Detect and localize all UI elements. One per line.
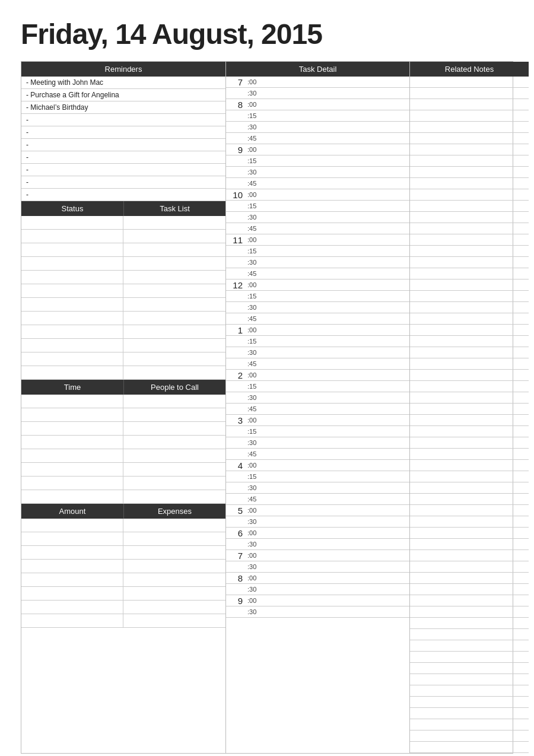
- notes-row: [410, 77, 529, 88]
- notes-row: [410, 606, 529, 618]
- task-status-cell: [21, 257, 123, 270]
- notes-row: [410, 358, 529, 370]
- minute-label: :45: [245, 406, 409, 412]
- notes-row: [410, 663, 529, 674]
- minute-label: :00: [245, 192, 409, 198]
- ptc-time-cell: [21, 490, 123, 503]
- ptc-time-cell: [21, 422, 123, 435]
- ptc-time-cell: [21, 463, 123, 476]
- expenses-section: Amount Expenses: [21, 504, 225, 628]
- notes-row: [410, 426, 529, 437]
- minute-label: :15: [245, 248, 409, 255]
- notes-row: [410, 347, 529, 358]
- expense-amount-cell: [21, 587, 123, 600]
- time-slot-row: :30: [226, 516, 409, 528]
- notes-row: [410, 494, 529, 505]
- notes-row: [410, 167, 529, 178]
- minute-label: :15: [245, 383, 409, 390]
- ptc-name-cell: [123, 395, 225, 408]
- expense-row: [21, 519, 225, 532]
- hour-label: 4: [226, 461, 245, 470]
- reminder-row: -: [21, 139, 225, 151]
- notes-row: [410, 595, 529, 606]
- time-slot-row: 3:00: [226, 415, 409, 426]
- expense-row: [21, 601, 225, 614]
- time-slot-row: :45: [226, 358, 409, 370]
- minute-label: :45: [245, 361, 409, 367]
- reminder-row: - Purchase a Gift for Angelina: [21, 89, 225, 101]
- time-slot-row: :30: [226, 88, 409, 99]
- exp-rows: [21, 519, 225, 628]
- time-slot-row: 4:00: [226, 460, 409, 471]
- task-status-cell: [21, 312, 123, 325]
- task-status-cell: [21, 284, 123, 297]
- time-slot-row: :15: [226, 110, 409, 122]
- minute-label: :45: [245, 225, 409, 232]
- hour-label: 6: [226, 529, 245, 538]
- notes-row: [410, 155, 529, 167]
- notes-row: [410, 88, 529, 99]
- minute-label: :00: [245, 417, 409, 424]
- notes-row: [410, 573, 529, 584]
- notes-row: [410, 471, 529, 482]
- notes-row: [410, 133, 529, 144]
- task-name-cell: [123, 339, 225, 352]
- task-status-cell: [21, 339, 123, 352]
- hour-label: 3: [226, 416, 245, 425]
- time-slot-row: :30: [226, 212, 409, 223]
- ptc-row: [21, 449, 225, 463]
- notes-row: [410, 268, 529, 279]
- notes-row: [410, 697, 529, 708]
- notes-row: [410, 516, 529, 528]
- notes-row: [410, 212, 529, 223]
- time-slot-row: :45: [226, 494, 409, 505]
- expenses-header: Amount Expenses: [21, 504, 225, 519]
- time-slot-row: :30: [226, 347, 409, 358]
- minute-label: :00: [245, 327, 409, 333]
- task-name-cell: [123, 366, 225, 379]
- notes-row: [410, 561, 529, 573]
- ptc-rows: [21, 395, 225, 504]
- notes-row: [410, 189, 529, 201]
- notes-row: [410, 291, 529, 302]
- time-slot-row: :30: [226, 122, 409, 133]
- minute-label: :30: [245, 124, 409, 131]
- notes-row: [410, 178, 529, 189]
- main-grid: Reminders - Meeting with John Mac- Purch…: [21, 61, 513, 754]
- time-slot-row: 10:00: [226, 189, 409, 201]
- time-slot-row: :30: [226, 167, 409, 178]
- expense-row: [21, 573, 225, 587]
- time-slot-row: :30: [226, 437, 409, 449]
- reminder-row: -: [21, 126, 225, 139]
- notes-row: [410, 449, 529, 460]
- expense-header-label: Expenses: [123, 504, 225, 519]
- minute-label: :15: [245, 113, 409, 119]
- task-list-row: [21, 230, 225, 243]
- task-status-cell: [21, 230, 123, 243]
- task-status-cell: [21, 216, 123, 229]
- notes-row: [410, 584, 529, 595]
- time-slot-row: 5:00: [226, 505, 409, 516]
- hour-label: 9: [226, 596, 245, 605]
- left-column: Reminders - Meeting with John Mac- Purch…: [21, 62, 226, 753]
- time-slot-row: 11:00: [226, 234, 409, 246]
- ptc-time-cell: [21, 408, 123, 421]
- time-slot-row: 6:00: [226, 528, 409, 539]
- right-column: Related Notes: [410, 62, 529, 753]
- minute-label: :30: [245, 586, 409, 593]
- hour-label: 2: [226, 371, 245, 380]
- tasklist-section: Status Task List: [21, 201, 225, 380]
- reminder-row: -: [21, 189, 225, 201]
- expense-row: [21, 546, 225, 560]
- expense-name-cell: [123, 573, 225, 586]
- task-list-row: [21, 243, 225, 257]
- task-name-cell: [123, 230, 225, 243]
- minute-label: :00: [245, 147, 409, 153]
- notes-row: [410, 539, 529, 550]
- hour-label: 7: [226, 551, 245, 560]
- minute-label: :30: [245, 350, 409, 356]
- minute-label: :30: [245, 609, 409, 615]
- notes-row: [410, 313, 529, 325]
- people-to-call-section: Time People to Call: [21, 380, 225, 504]
- time-slot-row: :15: [226, 426, 409, 437]
